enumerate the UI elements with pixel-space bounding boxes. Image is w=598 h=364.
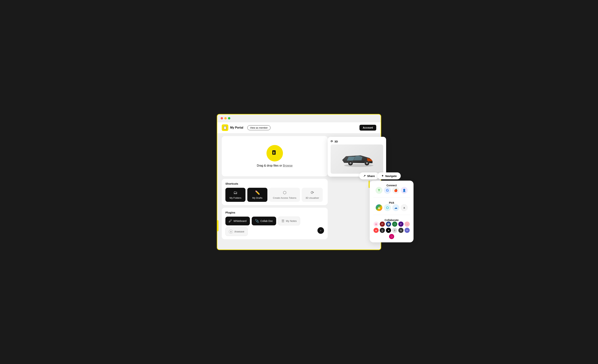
whiteboard-icon: 🖊: [229, 219, 232, 223]
collab-icon-6[interactable]: ~: [405, 222, 410, 227]
maximize-button[interactable]: [228, 117, 230, 119]
plugins-title: Plugins: [225, 211, 324, 214]
app-icon-gdrive[interactable]: ▲: [375, 204, 382, 211]
title-bar: [217, 115, 381, 122]
shortcuts-card: Shortcuts 🗂 My Folders ✏️ My Drafts ⬡ Cr…: [222, 179, 328, 205]
collab-icon-9[interactable]: ✦: [386, 228, 391, 233]
minimize-button[interactable]: [224, 117, 227, 119]
plugins-card: Plugins 🖊 Whiteboard 📎 Collab Doc ☰ My N…: [222, 208, 328, 239]
app-icon-cloud[interactable]: ☁: [392, 204, 399, 211]
3d-card-label: ⟳ 3D: [331, 140, 383, 143]
portal-header: 📋 My Portal View as member Account: [217, 122, 381, 133]
collab-icon-1[interactable]: 🌸: [374, 222, 379, 227]
view-as-member-button[interactable]: View as member: [247, 125, 271, 130]
collab-doc-button[interactable]: 📎 Collab Doc: [252, 217, 276, 225]
collab-doc-icon: 📎: [255, 219, 259, 223]
collab-icon-8[interactable]: {}: [380, 228, 385, 233]
app-icon-apple[interactable]: 🍎: [392, 187, 399, 194]
portal-logo-icon: 📋: [222, 124, 228, 131]
arweave-icon: a: [229, 230, 233, 234]
my-drafts-button[interactable]: ✏️ My Drafts: [247, 188, 267, 202]
car-svg: [339, 150, 375, 168]
svg-point-11: [349, 162, 352, 164]
floating-3d-card: ⟳ 3D: [328, 137, 386, 177]
share-icon: ↗: [363, 174, 366, 178]
collab-icon-2[interactable]: P: [380, 222, 385, 227]
navigate-icon: ✦: [381, 174, 384, 178]
arweave-button[interactable]: a Arweave: [225, 227, 248, 236]
upload-area[interactable]: Drag & drop files or Browse: [222, 136, 328, 176]
mac-window: 📋 My Portal View as member Account: [217, 114, 381, 250]
connect-section: Connect Y G 🍎 👤: [373, 184, 410, 194]
collab-icon-13[interactable]: ⬡: [389, 234, 394, 239]
app-icon-user[interactable]: 👤: [401, 187, 408, 194]
svg-point-13: [366, 162, 368, 164]
connect-icons-row: Y G 🍎 👤: [373, 187, 410, 194]
share-button[interactable]: ↗ Share: [359, 172, 379, 179]
app-icon-a[interactable]: a: [401, 204, 408, 211]
collab-icon-12[interactable]: ✏: [405, 228, 410, 233]
app-icon-3d-cube[interactable]: ⬡: [384, 204, 391, 211]
token-icon: ⬡: [283, 190, 286, 195]
3d-model-preview: [331, 144, 383, 174]
collab-icon-10[interactable]: 🎙: [392, 228, 397, 233]
plugins-arrow-button[interactable]: ›: [317, 227, 324, 234]
notes-icon: ☰: [282, 219, 284, 223]
main-content: Drag & drop files or Browse Shortcuts 🗂 …: [217, 133, 381, 242]
3d-rotate-icon: ⟳: [331, 140, 333, 143]
svg-point-14: [344, 164, 373, 167]
3d-icon: ⟳: [311, 190, 314, 195]
plugins-grid: 🖊 Whiteboard 📎 Collab Doc ☰ My Notes a A…: [225, 217, 324, 236]
connect-title: Connect: [373, 184, 410, 187]
my-folders-button[interactable]: 🗂 My Folders: [225, 188, 245, 202]
folder-icon: 🗂: [233, 190, 237, 195]
svg-rect-4: [274, 152, 274, 154]
collab-icon-11[interactable]: N: [398, 228, 403, 233]
shortcuts-grid: 🗂 My Folders ✏️ My Drafts ⬡ Create Acces…: [225, 188, 324, 202]
collab-icon-5[interactable]: P: [398, 222, 403, 227]
collab-icon-7[interactable]: ●: [374, 228, 379, 233]
navigate-button[interactable]: ✦ Navigate: [377, 172, 401, 179]
upload-text: Drag & drop files or Browse: [257, 164, 293, 167]
upload-icon-circle: [266, 145, 283, 161]
traffic-lights: [221, 117, 230, 119]
3d-visualiser-button[interactable]: ⟳ 3D visualiser: [302, 188, 323, 202]
connect-card: Connect Y G 🍎 👤 Pick ▲ ⬡ ☁ a: [370, 181, 414, 242]
whiteboard-button[interactable]: 🖊 Whiteboard: [225, 217, 250, 225]
collaborate-section: Collaborate 🌸 P ⚽ ⬡ P ~ ● {} ✦ 🎙 N ✏ ⬡: [373, 219, 410, 239]
pick-icons-row: ▲ ⬡ ☁ a: [373, 204, 410, 211]
my-notes-button[interactable]: ☰ My Notes: [278, 217, 300, 225]
create-access-tokens-button[interactable]: ⬡ Create Access Tokens: [269, 188, 300, 202]
shortcuts-title: Shortcuts: [225, 182, 324, 185]
collaborate-icons-row: 🌸 P ⚽ ⬡ P ~ ● {} ✦ 🎙 N ✏ ⬡: [373, 222, 410, 239]
divider-2: [373, 215, 410, 215]
app-icon-y[interactable]: Y: [375, 187, 382, 194]
upload-icon: [271, 149, 279, 157]
account-button[interactable]: Account: [359, 125, 376, 131]
edit-icon: ✏️: [255, 190, 260, 195]
app-icon-google[interactable]: G: [384, 187, 391, 194]
close-button[interactable]: [221, 117, 223, 119]
collaborate-title: Collaborate: [373, 219, 410, 222]
portal-title: My Portal: [230, 126, 243, 129]
collab-icon-3[interactable]: ⚽: [386, 222, 391, 227]
yellow-accent-bar-left: [217, 220, 218, 231]
collab-icon-4[interactable]: ⬡: [392, 222, 397, 227]
browse-link[interactable]: Browse: [283, 164, 292, 167]
pick-title: Pick: [373, 201, 410, 204]
pick-section: Pick ▲ ⬡ ☁ a: [373, 201, 410, 211]
